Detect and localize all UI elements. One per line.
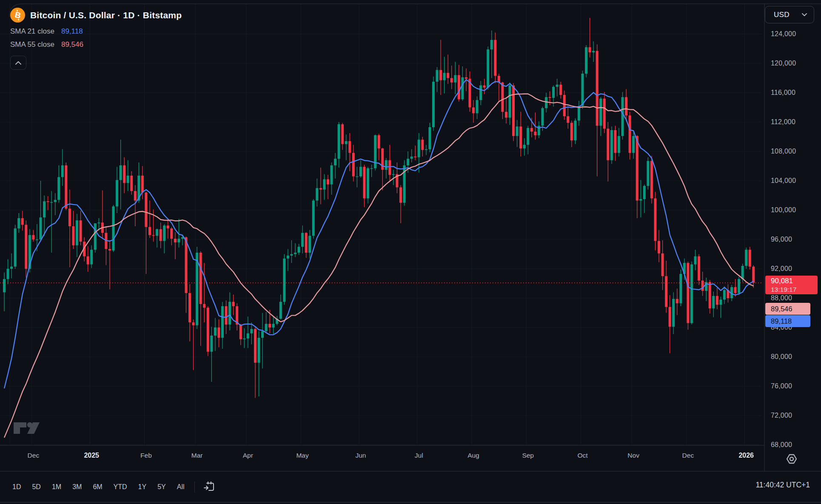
range-button-all[interactable]: All [171, 480, 190, 494]
price-tick-label: 68,000 [771, 441, 792, 449]
time-tick-label[interactable]: Apr [243, 452, 253, 459]
chart-window: B Bitcoin / U.S. Dollar · 1D · Bitstamp … [0, 0, 821, 504]
time-tick-label[interactable]: Nov [627, 452, 639, 459]
range-button-1m[interactable]: 1M [46, 480, 67, 494]
indicator-sma21-value: 89,118 [61, 27, 83, 36]
chevron-up-icon [15, 61, 21, 65]
range-button-6m[interactable]: 6M [87, 480, 108, 494]
sma55-price-badge: 89,546 [765, 303, 810, 315]
indicator-sma55-label: SMA 55 close [10, 40, 54, 49]
bar-countdown: 13:19:17 [771, 285, 818, 293]
chart-canvas[interactable] [0, 0, 821, 504]
bottom-toolbar: 1D5D1M3M6MYTD1Y5YAll [0, 472, 821, 502]
currency-selector[interactable]: USD [765, 6, 814, 23]
price-tick-label: 116,000 [771, 89, 795, 97]
bitcoin-icon-ticks [10, 8, 25, 23]
price-tick-label: 80,000 [771, 353, 792, 361]
range-button-5y[interactable]: 5Y [152, 480, 171, 494]
indicator-sma21[interactable]: SMA 21 close 89,118 [10, 27, 182, 36]
time-tick-label[interactable]: May [296, 452, 308, 459]
panel-borders [0, 4, 821, 502]
time-tick-label[interactable]: Jul [415, 452, 423, 459]
price-tick-label: 104,000 [771, 177, 796, 185]
last-price-badge: 90,081 13:19:17 [765, 276, 818, 294]
price-scale-settings-gear-icon[interactable] [785, 452, 798, 466]
time-tick-label[interactable]: Feb [140, 452, 152, 459]
time-tick-label[interactable]: 2025 [84, 452, 99, 459]
sma21-price-badge: 89,118 [765, 315, 810, 327]
range-button-ytd[interactable]: YTD [108, 480, 133, 494]
time-tick-label[interactable]: 2026 [738, 452, 754, 459]
chevron-down-icon [802, 13, 807, 17]
time-tick-label[interactable]: Aug [468, 452, 479, 459]
tradingview-logo[interactable] [13, 421, 41, 436]
session-clock[interactable]: 11:40:42 UTC+1 [755, 481, 810, 490]
price-tick-label: 96,000 [771, 236, 792, 243]
sma21-line[interactable] [4, 80, 753, 388]
calendar-arrow-icon [203, 481, 215, 493]
range-buttons: 1D5D1M3M6MYTD1Y5YAll [7, 480, 190, 494]
range-button-3m[interactable]: 3M [67, 480, 87, 494]
price-tick-label: 120,000 [771, 60, 796, 67]
price-tick-label: 76,000 [771, 382, 792, 390]
range-button-1d[interactable]: 1D [7, 480, 26, 494]
indicator-sma55[interactable]: SMA 55 close 89,546 [10, 40, 182, 49]
time-tick-label[interactable]: Dec [28, 452, 40, 459]
range-button-5d[interactable]: 5D [26, 480, 46, 494]
go-to-date-button[interactable] [199, 479, 219, 494]
bitcoin-icon: B [10, 8, 25, 23]
price-tick-label: 112,000 [771, 118, 795, 126]
symbol-title[interactable]: Bitcoin / U.S. Dollar · 1D · Bitstamp [30, 10, 182, 20]
time-tick-label[interactable]: Oct [577, 452, 587, 459]
candles[interactable] [3, 18, 755, 398]
last-price-value: 90,081 [771, 276, 818, 285]
time-tick-label[interactable]: Dec [682, 452, 694, 459]
toolbar-divider [194, 481, 195, 493]
price-tick-label: 72,000 [771, 412, 792, 419]
price-tick-label: 92,000 [771, 265, 792, 273]
price-tick-label: 88,000 [771, 294, 792, 302]
price-tick-label: 100,000 [771, 206, 796, 214]
chart-legend: B Bitcoin / U.S. Dollar · 1D · Bitstamp … [10, 8, 182, 70]
time-tick-label[interactable]: Mar [191, 452, 203, 459]
time-tick-label[interactable]: Jun [355, 452, 366, 459]
indicator-sma55-value: 89,546 [61, 40, 83, 49]
currency-selector-value: USD [774, 11, 790, 19]
price-tick-label: 108,000 [771, 148, 796, 155]
collapse-legend-button[interactable] [10, 56, 26, 70]
range-button-1y[interactable]: 1Y [133, 480, 152, 494]
indicator-sma21-label: SMA 21 close [10, 27, 54, 36]
time-tick-label[interactable]: Sep [522, 452, 534, 459]
price-tick-label: 124,000 [771, 30, 796, 38]
